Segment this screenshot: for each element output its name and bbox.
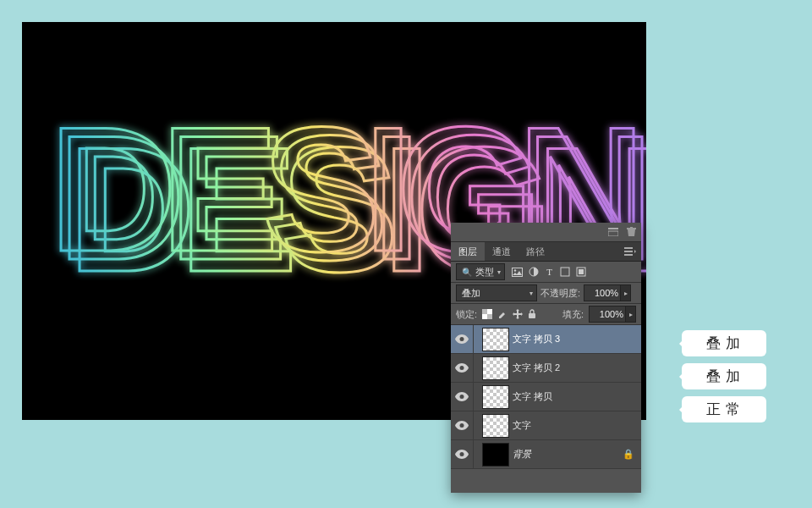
lock-all-icon[interactable] xyxy=(528,309,536,319)
svg-point-3 xyxy=(514,269,516,271)
layer-thumbnail[interactable] xyxy=(482,328,509,351)
svg-text:T: T xyxy=(546,268,552,277)
layer-thumbnail[interactable] xyxy=(482,356,509,380)
lock-fill-row: 锁定: 填充: xyxy=(451,304,641,325)
lock-icon: 🔒 xyxy=(623,449,634,460)
callout: 叠加 xyxy=(682,363,766,389)
layer-name[interactable]: 背景 xyxy=(513,448,623,461)
filter-type-icons: T xyxy=(512,267,586,277)
svg-rect-10 xyxy=(482,309,487,314)
text-filter-icon[interactable]: T xyxy=(545,268,554,277)
chevron-down-icon xyxy=(529,290,533,297)
search-icon: 🔍 xyxy=(462,268,472,277)
layer-row[interactable]: 文字 拷贝🔒 xyxy=(451,383,641,411)
callout: 叠加 xyxy=(682,330,766,356)
layer-filter-select[interactable]: 🔍 类型 xyxy=(456,263,505,280)
tab-paths[interactable]: 路径 xyxy=(518,242,552,261)
fill-stepper[interactable] xyxy=(626,306,636,323)
opacity-input[interactable] xyxy=(584,284,621,301)
layers-panel: 图层 通道 路径 🔍 类型 T 叠加 不透明度: xyxy=(451,223,641,493)
panel-top-bar xyxy=(451,223,641,242)
layer-row[interactable]: 文字 拷贝 3🔒 xyxy=(451,325,641,354)
shape-filter-icon[interactable] xyxy=(560,267,570,277)
fill-label: 填充: xyxy=(562,308,584,321)
svg-point-15 xyxy=(460,395,464,399)
layer-row[interactable]: 文字 拷贝 2🔒 xyxy=(451,354,641,383)
svg-rect-6 xyxy=(561,268,569,276)
layer-thumbnail[interactable] xyxy=(482,385,509,409)
lock-paint-icon[interactable] xyxy=(497,309,508,319)
blend-mode-select[interactable]: 叠加 xyxy=(456,284,537,301)
adjust-filter-icon[interactable] xyxy=(529,267,539,277)
fill-input[interactable] xyxy=(589,306,626,323)
visibility-toggle[interactable] xyxy=(451,325,474,353)
layer-row[interactable]: 背景🔒 xyxy=(451,440,641,469)
svg-point-17 xyxy=(460,452,464,456)
layer-row[interactable]: 文字🔒 xyxy=(451,411,641,440)
panel-menu-icon[interactable] xyxy=(619,242,641,261)
svg-rect-12 xyxy=(529,313,535,318)
layer-thumbnail[interactable] xyxy=(482,414,509,438)
visibility-toggle[interactable] xyxy=(451,354,474,382)
tab-layers[interactable]: 图层 xyxy=(451,242,485,261)
svg-rect-11 xyxy=(487,314,492,319)
callouts: 叠加叠加正常 xyxy=(682,330,766,422)
image-filter-icon[interactable] xyxy=(512,268,523,277)
layer-name[interactable]: 文字 xyxy=(513,419,641,432)
blend-opacity-row: 叠加 不透明度: xyxy=(451,283,641,304)
svg-point-16 xyxy=(460,423,464,428)
svg-rect-8 xyxy=(579,269,584,274)
panel-footer xyxy=(451,469,641,493)
layer-list: 文字 拷贝 3🔒文字 拷贝 2🔒文字 拷贝🔒文字🔒背景🔒 xyxy=(451,325,641,469)
visibility-toggle[interactable] xyxy=(451,383,474,411)
filter-label: 类型 xyxy=(475,266,494,279)
lock-transparency-icon[interactable] xyxy=(482,309,492,319)
opacity-stepper[interactable] xyxy=(621,284,631,301)
visibility-toggle[interactable] xyxy=(451,411,474,439)
panel-tabs: 图层 通道 路径 xyxy=(451,242,641,262)
smart-filter-icon[interactable] xyxy=(576,267,586,277)
svg-point-13 xyxy=(460,337,464,341)
layer-name[interactable]: 文字 拷贝 2 xyxy=(513,362,641,374)
trash-icon[interactable] xyxy=(627,227,636,237)
callout: 正常 xyxy=(682,396,766,422)
layer-filter-row: 🔍 类型 T xyxy=(451,262,641,283)
layer-name[interactable]: 文字 拷贝 xyxy=(513,390,641,403)
layer-name[interactable]: 文字 拷贝 3 xyxy=(513,333,641,345)
visibility-toggle[interactable] xyxy=(451,440,474,468)
tab-channels[interactable]: 通道 xyxy=(485,242,518,261)
collapse-icon[interactable] xyxy=(608,228,618,236)
lock-move-icon[interactable] xyxy=(513,309,523,319)
lock-label: 锁定: xyxy=(456,308,477,321)
svg-point-14 xyxy=(460,366,464,370)
blend-mode-value: 叠加 xyxy=(462,287,480,300)
svg-rect-1 xyxy=(608,231,618,236)
opacity-label: 不透明度: xyxy=(540,287,580,300)
layer-thumbnail[interactable] xyxy=(482,443,509,467)
chevron-down-icon xyxy=(497,268,501,276)
svg-rect-0 xyxy=(608,228,618,229)
